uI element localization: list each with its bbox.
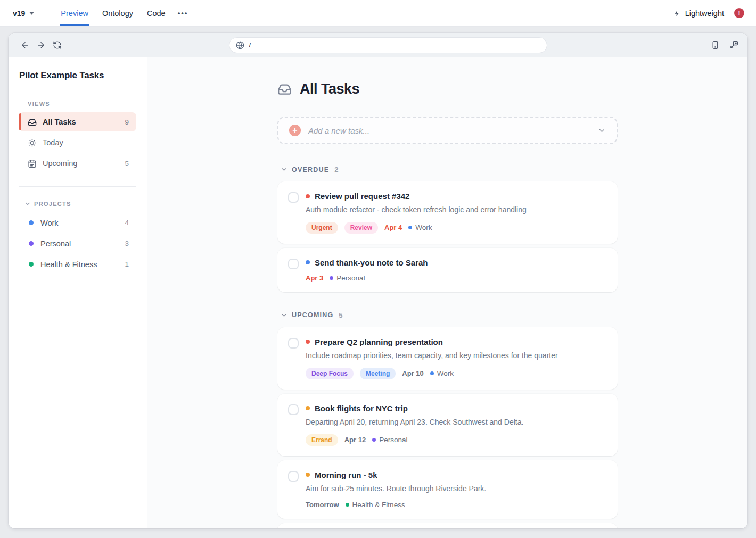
app-content: Pilot Example Tasks VIEWS All Tasks 9 To… [9, 57, 747, 528]
app-topbar: v19 Preview Ontology Code ••• Lightweigh… [0, 0, 756, 27]
sidebar-item-all-tasks[interactable]: All Tasks 9 [19, 112, 136, 131]
task-card[interactable]: Morning run - 5k Aim for sub-25 minutes.… [277, 460, 618, 519]
task-due-date: Apr 12 [344, 436, 366, 444]
chrome-right [711, 40, 739, 50]
more-menu-button[interactable]: ••• [172, 0, 194, 26]
project-color-dot [372, 438, 376, 442]
plus-icon: + [289, 125, 301, 136]
forward-button[interactable] [33, 37, 49, 53]
task-checkbox[interactable] [288, 404, 299, 415]
chevron-down-icon [281, 312, 287, 319]
sidebar-item-upcoming[interactable]: Upcoming 5 [19, 154, 136, 173]
tab-preview[interactable]: Preview [54, 0, 95, 26]
sidebar-divider [19, 186, 136, 187]
tag-pill: Review [344, 222, 378, 234]
task-checkbox[interactable] [288, 259, 299, 269]
task-card[interactable]: Send thank-you note to Sarah Apr 3 Perso… [277, 248, 618, 292]
sidebar: Pilot Example Tasks VIEWS All Tasks 9 To… [9, 57, 147, 528]
tab-code[interactable]: Code [140, 0, 172, 26]
project-color-dot [346, 503, 349, 507]
task-title: Prepare Q2 planning presentation [315, 337, 443, 346]
views-header: VIEWS [28, 101, 136, 107]
task-description: Aim for sub-25 minutes. Route through Ri… [306, 484, 607, 494]
calendar-icon [28, 159, 37, 168]
sidebar-item-count: 9 [125, 118, 129, 126]
globe-icon [236, 41, 244, 49]
task-project: Work [408, 224, 432, 231]
task-title: Morning run - 5k [315, 470, 377, 479]
sidebar-item-count: 5 [125, 160, 129, 168]
version-label: v19 [13, 9, 25, 18]
priority-dot [306, 194, 310, 198]
tag-pill: Deep Focus [306, 368, 354, 379]
back-button[interactable] [17, 37, 33, 53]
task-checkbox[interactable] [288, 471, 299, 482]
task-due-date: Apr 4 [384, 224, 402, 231]
page-title: All Tasks [300, 81, 359, 97]
task-meta: Urgent Review Apr 4 Work [306, 222, 607, 234]
sidebar-item-today[interactable]: Today [19, 133, 136, 152]
lightning-icon [673, 9, 680, 18]
url-bar-wrap [65, 37, 711, 53]
project-label: Personal [336, 274, 365, 282]
tag-pill: Meeting [360, 368, 396, 379]
section-overdue: OVERDUE 2 Review pull request #342 Auth … [277, 165, 618, 292]
project-count: 1 [125, 260, 129, 268]
project-label: Work [415, 224, 432, 231]
project-color-dot [408, 226, 412, 229]
sidebar-item-label: Upcoming [43, 159, 77, 168]
project-color-dot [29, 220, 34, 225]
section-header[interactable]: OVERDUE 2 [277, 165, 618, 173]
task-description: Departing April 20, returning April 23. … [306, 417, 607, 427]
main-panel: All Tasks + Add a new task... [147, 57, 747, 528]
section-upcoming: UPCOMING 5 Prepare Q2 planning presentat… [277, 311, 618, 528]
task-title: Send thank-you note to Sarah [315, 258, 428, 267]
task-card[interactable]: Book flights for NYC trip Departing Apri… [277, 394, 618, 456]
task-card[interactable]: Prepare Q2 planning presentation Include… [277, 327, 618, 390]
tab-ontology[interactable]: Ontology [95, 0, 140, 26]
topbar-tabs: Preview Ontology Code ••• [54, 0, 193, 26]
refresh-button[interactable] [49, 37, 65, 53]
project-color-dot [29, 262, 34, 267]
open-in-new-window-icon[interactable] [729, 40, 739, 50]
project-count: 4 [125, 219, 129, 227]
task-card[interactable]: Team standup prep Prepare blockers and p… [277, 523, 618, 528]
section-count: 2 [334, 165, 338, 173]
project-label: Work [437, 369, 454, 377]
sidebar-project-health-fitness[interactable]: Health & Fitness 1 [19, 254, 136, 275]
chevron-down-icon[interactable] [598, 127, 606, 135]
browser-frame: Pilot Example Tasks VIEWS All Tasks 9 To… [9, 33, 747, 528]
page-head: All Tasks [277, 81, 618, 97]
task-card[interactable]: Review pull request #342 Auth module ref… [277, 181, 618, 244]
task-project: Health & Fitness [346, 501, 405, 509]
project-label: Work [40, 219, 59, 227]
mode-label[interactable]: Lightweight [685, 9, 724, 18]
mobile-preview-icon[interactable] [711, 40, 720, 50]
task-meta: Deep Focus Meeting Apr 10 Work [306, 368, 607, 379]
add-task-input[interactable]: + Add a new task... [277, 117, 618, 144]
inbox-icon [277, 82, 292, 96]
chevron-down-icon [24, 201, 31, 207]
section-header[interactable]: UPCOMING 5 [277, 311, 618, 319]
task-project: Personal [372, 436, 407, 444]
sidebar-project-personal[interactable]: Personal 3 [19, 233, 136, 254]
url-input[interactable] [249, 41, 540, 49]
url-bar[interactable] [229, 37, 547, 53]
error-badge[interactable]: ! [734, 8, 744, 18]
browser-chrome [9, 33, 747, 57]
project-label: Health & Fitness [40, 260, 97, 269]
preview-stage: Pilot Example Tasks VIEWS All Tasks 9 To… [0, 27, 756, 538]
task-due-date: Apr 3 [306, 274, 323, 282]
task-checkbox[interactable] [288, 192, 299, 203]
sidebar-project-work[interactable]: Work 4 [19, 212, 136, 233]
task-project: Work [430, 369, 454, 377]
tag-pill: Urgent [306, 222, 338, 234]
sun-icon [28, 138, 37, 147]
version-selector[interactable]: v19 [0, 0, 47, 26]
priority-dot [306, 340, 310, 344]
tag-pill: Errand [306, 434, 338, 446]
inbox-icon [28, 118, 37, 127]
task-checkbox[interactable] [288, 338, 299, 349]
projects-header[interactable]: PROJECTS [24, 201, 136, 207]
project-label: Personal [379, 436, 407, 444]
